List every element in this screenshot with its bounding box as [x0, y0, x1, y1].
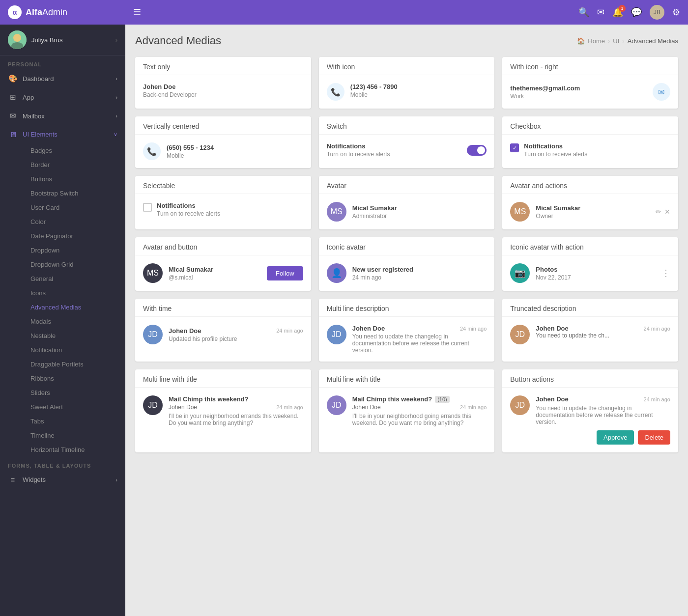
- card-selectable-body: Notifications Turn on to receive alerts: [135, 194, 311, 225]
- sidebar-item-nestable[interactable]: Nestable: [23, 329, 125, 343]
- sidebar-item-tabs[interactable]: Tabs: [23, 414, 125, 428]
- checkbox-sublabel: Turn on to receive alerts: [524, 151, 587, 158]
- sidebar-item-user-card[interactable]: User Card: [23, 200, 125, 215]
- media-truncated: JD Johen Doe 24 min ago You need to upda…: [510, 325, 670, 344]
- breadcrumb: 🏠 Home › UI › Advanced Medias: [577, 37, 678, 45]
- close-icon[interactable]: ✕: [664, 208, 670, 216]
- card-avatar-body: MS Mical Sumakar Administrator: [319, 194, 495, 229]
- time-text: 24 min ago: [276, 404, 303, 410]
- delete-button[interactable]: Delete: [638, 430, 670, 445]
- card-multi-title-2-header: Multi line with title: [319, 369, 495, 388]
- bell-icon[interactable]: 🔔1: [612, 7, 623, 18]
- card-multi-title-2-body: JD Mail Chimp this weekend? (10) Johen D…: [319, 388, 495, 434]
- media-multi-title-2: JD Mail Chimp this weekend? (10) Johen D…: [327, 395, 487, 426]
- media-heading: Photos: [536, 266, 661, 273]
- approve-button[interactable]: Approve: [597, 430, 634, 445]
- card-checkbox-body: ✓ Notifications Turn on to receive alert…: [502, 135, 678, 166]
- sidebar-item-general[interactable]: General: [23, 272, 125, 286]
- sidebar-item-draggable-portlets[interactable]: Draggable Portlets: [23, 357, 125, 371]
- card-iconic-avatar-body: 👤 New user registered 24 min ago: [319, 255, 495, 291]
- sidebar-item-date-paginator[interactable]: Date Paginator: [23, 229, 125, 243]
- media-subtext: 24 min ago: [352, 274, 487, 281]
- sidebar-item-mailbox[interactable]: ✉ Mailbox ›: [0, 107, 125, 125]
- sidebar-item-widgets[interactable]: ≡ Widgets ›: [0, 471, 125, 489]
- name-time-row: Johen Doe 24 min ago: [536, 395, 670, 403]
- media-body: Mical Sumakar Owner: [536, 204, 656, 220]
- media-desc: I'll be in your neighborhood going erran…: [352, 413, 487, 426]
- search-icon[interactable]: 🔍: [578, 7, 589, 18]
- sidebar-item-advanced-medias[interactable]: Advanced Medias: [23, 300, 125, 314]
- sidebar-item-ribbons[interactable]: Ribbons: [23, 371, 125, 386]
- content-area: Advanced Medias 🏠 Home › UI › Advanced M…: [125, 25, 688, 616]
- topbar-avatar: JB: [650, 5, 664, 20]
- hamburger-icon[interactable]: ☰: [133, 7, 141, 18]
- card-with-icon: With icon 📞 (123) 456 - 7890 Mobile: [319, 57, 495, 109]
- settings-icon[interactable]: ⚙: [672, 7, 680, 18]
- sidebar-item-dropdown-grid[interactable]: Dropdown Grid: [23, 257, 125, 272]
- card-vertically-centered: Vertically centered 📞 (650) 555 - 1234 M…: [135, 116, 311, 168]
- sidebar-item-bootstrap-switch[interactable]: Bootstrap Switch: [23, 186, 125, 200]
- page-title: Advanced Medias: [135, 34, 221, 47]
- sidebar-item-sweet-alert[interactable]: Sweet Alert: [23, 400, 125, 414]
- sidebar-item-app[interactable]: ⊞ App ›: [0, 88, 125, 107]
- switch-label: Notifications: [327, 142, 390, 150]
- breadcrumb-sep2: ›: [622, 37, 624, 45]
- sidebar-item-timeline[interactable]: Timeline: [23, 428, 125, 443]
- mail-icon[interactable]: ✉: [597, 7, 604, 18]
- avatar-image: MS: [327, 202, 346, 222]
- sidebar-item-notification[interactable]: Notification: [23, 343, 125, 357]
- media-left: 👤: [327, 263, 346, 283]
- media-subtext: Back-end Developer: [143, 91, 303, 98]
- sidebar-item-icons[interactable]: Icons: [23, 286, 125, 300]
- breadcrumb-home[interactable]: Home: [588, 37, 605, 45]
- dots-menu-icon[interactable]: ⋮: [661, 268, 670, 279]
- edit-icon[interactable]: ✏: [656, 208, 661, 216]
- checkbox-icon[interactable]: ✓: [510, 143, 519, 152]
- media-subtext: Nov 22, 2017: [536, 274, 661, 281]
- selectable-sublabel: Turn on to receive alerts: [157, 210, 220, 217]
- app-icon: ⊞: [8, 93, 18, 102]
- media-heading: Mical Sumakar: [536, 204, 656, 212]
- card-avatar-button-body: MS Mical Sumakar @s.mical Follow: [135, 255, 311, 291]
- sidebar-item-ui-elements[interactable]: 🖥 UI Elements ∨: [0, 125, 125, 143]
- sidebar-item-horizontal-timeline[interactable]: Horizontal Timeline: [23, 443, 125, 457]
- sidebar-sub-menu: Badges Border Buttons Bootstrap Switch U…: [0, 143, 125, 457]
- selectable-box[interactable]: [143, 203, 152, 212]
- card-selectable: Selectable Notifications Turn on to rece…: [135, 176, 311, 229]
- cards-grid: Text only Johen Doe Back-end Developer W…: [135, 57, 678, 452]
- sidebar-item-border[interactable]: Border: [23, 158, 125, 172]
- follow-button[interactable]: Follow: [267, 266, 303, 280]
- switch-labels: Notifications Turn on to receive alerts: [327, 142, 390, 158]
- sidebar-item-sliders[interactable]: Sliders: [23, 386, 125, 400]
- sidebar-user[interactable]: Juliya Brus ›: [0, 25, 125, 56]
- media-subtext: Administrator: [352, 213, 487, 220]
- user-avatar-topbar[interactable]: JB: [650, 5, 664, 20]
- card-vertically-centered-body: 📞 (650) 555 - 1234 Mobile: [135, 135, 311, 168]
- sidebar-item-dashboard[interactable]: 🎨 Dashboard ›: [0, 69, 125, 88]
- phone-icon: 📞: [327, 83, 344, 101]
- badge-count: (10): [435, 396, 450, 403]
- media-left: 📷: [510, 263, 530, 283]
- media-left: MS: [143, 263, 163, 283]
- chevron-right-icon: ›: [115, 477, 117, 483]
- time-text: 24 min ago: [644, 396, 670, 402]
- sidebar-item-color[interactable]: Color: [23, 215, 125, 229]
- media-body: (650) 555 - 1234 Mobile: [167, 144, 214, 159]
- chat-icon[interactable]: 💬: [631, 7, 642, 18]
- media-with-icon-right: thethemes@gmail.com Work ✉: [510, 83, 670, 101]
- personal-section-label: PERSONAL: [0, 56, 125, 69]
- card-switch: Switch Notifications Turn on to receive …: [319, 116, 495, 168]
- notifications-toggle[interactable]: [467, 145, 487, 156]
- media-body: New user registered 24 min ago: [352, 266, 487, 281]
- card-avatar-header: Avatar: [319, 176, 495, 194]
- sidebar-item-badges[interactable]: Badges: [23, 143, 125, 158]
- card-multi-title-1-body: JD Mail Chimp this weekend? Johen Doe 24…: [135, 388, 311, 434]
- sidebar-item-buttons[interactable]: Buttons: [23, 172, 125, 186]
- card-vertically-centered-header: Vertically centered: [135, 116, 311, 135]
- sidebar-item-modals[interactable]: Modals: [23, 314, 125, 329]
- breadcrumb-ui[interactable]: UI: [613, 37, 619, 45]
- phone-icon: 📞: [143, 142, 161, 160]
- sidebar-item-dropdown[interactable]: Dropdown: [23, 243, 125, 257]
- media-body: Johen Doe 24 min ago You need to update …: [352, 325, 487, 354]
- home-icon: 🏠: [577, 37, 585, 45]
